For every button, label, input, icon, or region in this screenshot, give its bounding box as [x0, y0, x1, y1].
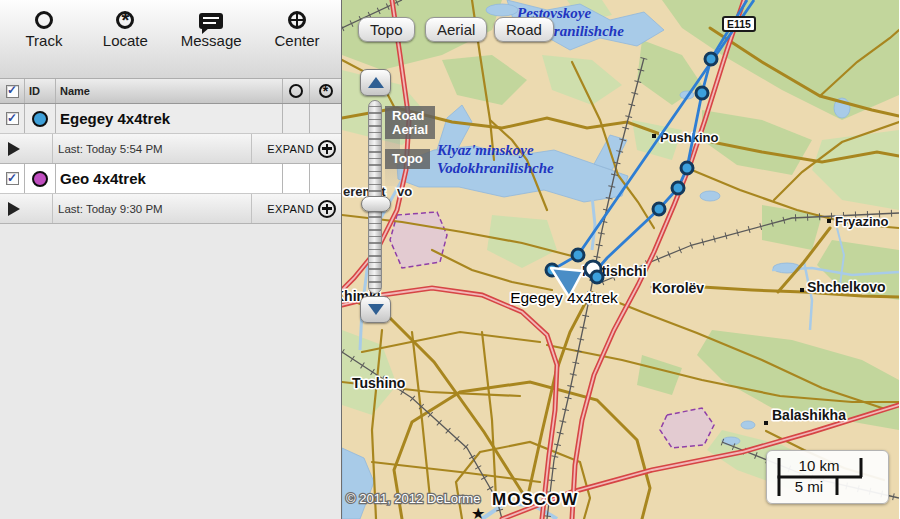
- expand-button[interactable]: EXPAND: [251, 134, 341, 163]
- track-point: [681, 162, 693, 174]
- last-report-time: Last: Today 9:30 PM: [53, 194, 251, 223]
- pushkino-dot: [652, 134, 656, 138]
- expand-plus-icon: [318, 140, 336, 158]
- center-crosshair-icon: [288, 11, 306, 29]
- zoom-in-button[interactable]: [360, 69, 391, 96]
- city-label-korolev: Korolëv: [652, 280, 704, 296]
- shchelkovo-dot: [800, 288, 804, 292]
- zoom-out-button[interactable]: [360, 296, 391, 323]
- map-copyright: © 2011, 2012 DeLorme: [346, 491, 480, 506]
- tracker-color-dot: [32, 111, 48, 127]
- water-label-klyazminskoye-2: Vodokhranilishche: [437, 160, 554, 176]
- route-badge: E115: [722, 16, 756, 32]
- scale-km-label: 10 km: [799, 457, 840, 474]
- last-report-time: Last: Today 5:54 PM: [53, 134, 251, 163]
- locate-button-label: Locate: [103, 32, 148, 49]
- city-label-balashikha: Balashikha: [772, 407, 846, 423]
- capital-star-icon: ★: [471, 505, 485, 519]
- tracker-name: Egegey 4x4trek: [56, 104, 282, 133]
- tracker-row-egegey[interactable]: ✓ Egegey 4x4trek: [0, 104, 341, 134]
- road-button[interactable]: Road: [494, 17, 554, 42]
- city-label-fryazino: Fryazino: [835, 214, 889, 229]
- tracker-panel: Track * Locate Message Center: [0, 0, 342, 519]
- expand-plus-icon: [318, 200, 336, 218]
- track-circle-icon: [35, 11, 53, 29]
- track-button[interactable]: Track: [18, 11, 70, 78]
- select-all-checkbox[interactable]: ✓: [6, 85, 19, 98]
- tracker-detail-row: Last: Today 5:54 PM EXPAND: [0, 134, 341, 164]
- center-button-label: Center: [274, 32, 319, 49]
- expand-arrow-icon[interactable]: [8, 202, 20, 216]
- topo-button[interactable]: Topo: [358, 17, 415, 42]
- app-window: Track * Locate Message Center: [0, 0, 900, 519]
- city-label-pushkino: Pushkino: [660, 130, 719, 145]
- city-label-tushino: Tushino: [352, 375, 405, 391]
- track-button-label: Track: [26, 32, 63, 49]
- message-bubble-icon: [199, 13, 223, 29]
- map-scale: 10 km 5 mi: [766, 450, 889, 504]
- track-point: [696, 87, 708, 99]
- tracker-row-geo[interactable]: ✓ Geo 4x4trek: [0, 164, 341, 194]
- row-checkbox[interactable]: ✓: [6, 112, 19, 125]
- zoom-slider-thumb[interactable]: [361, 196, 391, 212]
- arrow-down-icon: [368, 304, 384, 315]
- message-button[interactable]: Message: [181, 11, 242, 78]
- scale-mi-label: 5 mi: [795, 478, 823, 495]
- aerial-button[interactable]: Aerial: [425, 17, 487, 42]
- city-label-shchelkovo: Shchelkovo: [807, 279, 886, 295]
- tracker-name: Geo 4x4trek: [56, 164, 282, 193]
- track-point: [672, 182, 684, 194]
- expand-arrow-icon[interactable]: [8, 142, 20, 156]
- column-header-id: ID: [25, 79, 56, 103]
- expand-button[interactable]: EXPAND: [251, 194, 341, 223]
- tracker-table: ✓ ID Name * ✓ Egegey 4x4trek: [0, 79, 341, 224]
- message-button-label: Message: [181, 32, 242, 49]
- locate-asterisk-icon: *: [116, 11, 134, 29]
- track-point: [705, 53, 717, 65]
- tracker-color-dot: [32, 171, 48, 187]
- table-header: ✓ ID Name *: [0, 79, 341, 104]
- city-label-fragment-right: vo: [397, 184, 412, 199]
- map-canvas[interactable]: Pestovskoye khranilishche Klyaz'minskoye…: [342, 0, 899, 519]
- zoom-band-road-aerial: Road Aerial: [385, 106, 435, 139]
- column-header-name: Name: [56, 79, 282, 103]
- track-point: [572, 249, 584, 261]
- toolbar: Track * Locate Message Center: [0, 0, 341, 79]
- locate-column-icon: *: [319, 84, 333, 98]
- track-point: [591, 271, 603, 283]
- arrow-up-icon: [368, 77, 384, 88]
- tracker-detail-row: Last: Today 9:30 PM EXPAND: [0, 194, 341, 224]
- row-checkbox[interactable]: ✓: [6, 172, 19, 185]
- panel-empty-area: [0, 224, 341, 519]
- city-label-moscow: MOSCOW: [492, 490, 578, 509]
- zoom-band-topo: Topo: [385, 149, 430, 169]
- expand-label: EXPAND: [267, 203, 314, 215]
- water-label-klyazminskoye: Klyaz'minskoye: [436, 142, 534, 158]
- circle-outline-column-icon: [289, 84, 303, 98]
- expand-label: EXPAND: [267, 143, 314, 155]
- center-button[interactable]: Center: [271, 11, 323, 78]
- track-point: [653, 203, 665, 215]
- balashikha-dot: [764, 421, 768, 425]
- fryazino-dot: [827, 219, 831, 223]
- selected-tracker-label: Egegey 4x4trek: [510, 289, 618, 306]
- locate-button[interactable]: * Locate: [99, 11, 151, 78]
- map-artwork: Pestovskoye khranilishche Klyaz'minskoye…: [342, 0, 899, 519]
